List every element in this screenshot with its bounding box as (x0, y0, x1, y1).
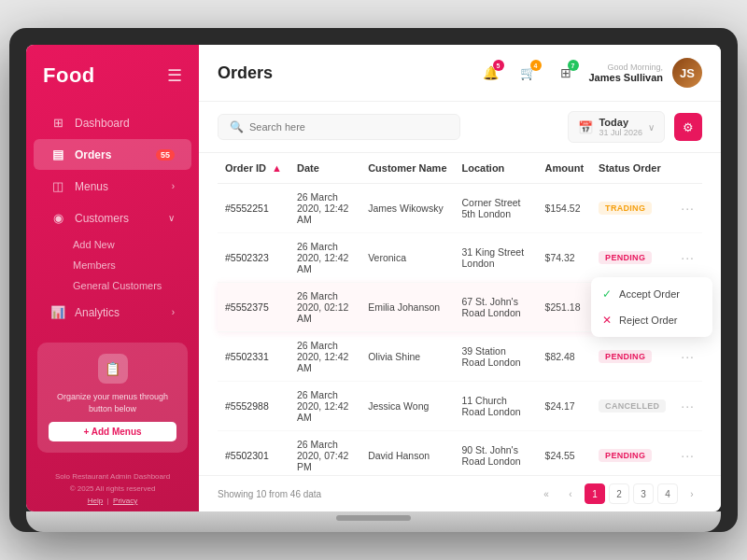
page-1-btn[interactable]: 1 (585, 483, 605, 504)
check-icon: ✓ (602, 287, 612, 301)
sidebar-item-menus[interactable]: ◫ Menus › (34, 171, 191, 202)
page-prev-btn[interactable]: ‹ (560, 483, 581, 504)
cell-order-id: #5502331 (218, 332, 289, 382)
cell-customer: Veronica (360, 233, 454, 283)
search-box[interactable]: 🔍 (218, 114, 460, 140)
col-location: Location (455, 153, 538, 184)
more-options-btn[interactable]: ··· (681, 448, 695, 463)
header-greeting: Good Morning, James Sullivan (589, 63, 664, 83)
user-name: James Sullivan (589, 72, 664, 83)
submenu-general[interactable]: General Customers (56, 275, 199, 296)
footer-line2: © 2025 All rights reserved (37, 483, 188, 496)
status-badge: PENDING (599, 251, 652, 264)
reject-order-btn[interactable]: ✕ Reject Order (591, 307, 712, 333)
cell-status: PENDING (591, 233, 673, 283)
sidebar-item-dashboard[interactable]: ⊞ Dashboard (34, 107, 191, 138)
bell-badge: 5 (493, 60, 504, 71)
cell-customer: David Hanson (360, 431, 454, 476)
col-amount: Amount (538, 153, 592, 184)
sidebar-footer: Solo Restaurant Admin Dashboard © 2025 A… (26, 462, 199, 511)
page-prev-prev-btn[interactable]: « (536, 483, 557, 504)
cell-date: 26 March 2020, 02:12 AM (289, 283, 360, 332)
promo-text: Organize your menus through button below (49, 391, 176, 414)
cell-order-id: #5502323 (218, 233, 289, 283)
customers-icon: ◉ (50, 211, 65, 225)
notifications-button[interactable]: 🔔 5 (477, 59, 505, 87)
cart-badge: 4 (530, 60, 542, 71)
page-3-btn[interactable]: 3 (633, 483, 654, 504)
more-options-btn[interactable]: ··· (681, 201, 695, 216)
page-4-btn[interactable]: 4 (657, 483, 678, 504)
more-options-btn[interactable]: ··· (681, 349, 695, 364)
more-options-btn[interactable]: ··· (681, 250, 695, 265)
cell-date: 26 March 2020, 12:42 AM (289, 332, 360, 382)
filter-icon: ⚙ (683, 120, 694, 134)
hamburger-icon[interactable]: ☰ (167, 65, 182, 86)
date-picker[interactable]: 📅 Today 31 Jul 2026 ∨ (568, 111, 665, 143)
sort-icon: ▲ (272, 162, 282, 174)
cell-order-id: #5552251 (218, 184, 289, 233)
footer-privacy-link[interactable]: Privacy (113, 497, 137, 505)
search-input[interactable] (249, 121, 448, 133)
dashboard-icon: ⊞ (50, 116, 65, 130)
col-status: Status Order (591, 153, 673, 184)
cell-actions: ··· (673, 184, 702, 233)
page-title: Orders (218, 63, 468, 83)
sidebar-item-analytics[interactable]: 📊 Analytics › (34, 297, 191, 328)
sidebar: Food ☰ ⊞ Dashboard ▤ Orders 55 ◫ Menus › (26, 45, 199, 511)
orders-table: Order ID ▲ Date Customer Name Location A… (218, 153, 702, 475)
laptop-screen: Food ☰ ⊞ Dashboard ▤ Orders 55 ◫ Menus › (26, 45, 721, 511)
table-header-row: Order ID ▲ Date Customer Name Location A… (218, 153, 702, 184)
col-actions (673, 153, 702, 184)
cell-order-id: #5552988 (218, 382, 289, 431)
grid-button[interactable]: ⊞ 7 (552, 59, 580, 87)
sidebar-item-orders[interactable]: ▤ Orders 55 (34, 139, 191, 170)
cell-amount: $24.55 (538, 431, 592, 476)
promo-card: 📋 Organize your menus through button bel… (37, 343, 188, 453)
greeting-label: Good Morning, (589, 63, 664, 72)
more-options-btn[interactable]: ··· (681, 399, 695, 413)
cell-customer: Emilia Johanson (360, 283, 454, 332)
cell-location: Corner Street 5th London (455, 184, 538, 233)
date-info: Today 31 Jul 2026 (599, 117, 642, 137)
table-row: #5502323 26 March 2020, 12:42 AM Veronic… (218, 233, 702, 283)
orders-badge: 55 (156, 149, 175, 161)
status-badge: PENDING (599, 350, 652, 363)
calendar-icon: 📅 (578, 120, 593, 134)
cell-date: 26 March 2020, 07:42 PM (289, 431, 360, 476)
cell-actions: ··· (673, 332, 702, 382)
analytics-arrow-icon: › (172, 307, 175, 317)
page-next-btn[interactable]: › (682, 483, 702, 504)
context-menu: ✓ Accept Order ✕ Reject Order (591, 277, 712, 337)
menus-icon: ◫ (50, 179, 65, 193)
cell-status: TRADING (591, 184, 673, 233)
filter-button[interactable]: ⚙ (674, 113, 702, 141)
toolbar: 🔍 📅 Today 31 Jul 2026 ∨ ⚙ (199, 102, 721, 153)
cell-status: PENDING (591, 332, 673, 382)
table-row: #5502331 26 March 2020, 12:42 AM Olivia … (218, 332, 702, 382)
cell-amount: $24.17 (538, 382, 592, 431)
cell-amount: $82.48 (538, 332, 592, 382)
page-2-btn[interactable]: 2 (609, 483, 629, 504)
footer-help-link[interactable]: Help (88, 497, 103, 505)
cell-customer: Olivia Shine (360, 332, 454, 382)
add-menus-button[interactable]: + Add Menus (49, 422, 176, 441)
avatar[interactable]: JS (672, 58, 702, 88)
pagination-bar: Showing 10 from 46 data « ‹ 1 2 3 4 › (199, 475, 721, 511)
x-icon: ✕ (602, 314, 612, 327)
sidebar-item-customers[interactable]: ◉ Customers ∨ (34, 203, 191, 233)
submenu-members[interactable]: Members (56, 255, 199, 275)
cart-button[interactable]: 🛒 4 (514, 59, 543, 87)
accept-order-btn[interactable]: ✓ Accept Order (591, 281, 712, 307)
cell-date: 26 March 2020, 12:42 AM (289, 184, 360, 233)
table-row: #5552375 26 March 2020, 02:12 AM Emilia … (218, 283, 702, 332)
sidebar-item-label: Menus (75, 180, 108, 193)
reject-label: Reject Order (619, 315, 677, 326)
cell-amount: $251.18 (538, 283, 592, 332)
submenu-add-new[interactable]: Add New (56, 234, 199, 255)
status-badge: TRADING (599, 202, 652, 215)
cell-status: ✓ Accept Order ✕ Reject Order (591, 283, 673, 332)
cell-actions: ··· (673, 431, 702, 476)
table-row: #5552251 26 March 2020, 12:42 AM James W… (218, 184, 702, 233)
cell-actions: ··· (673, 233, 702, 283)
